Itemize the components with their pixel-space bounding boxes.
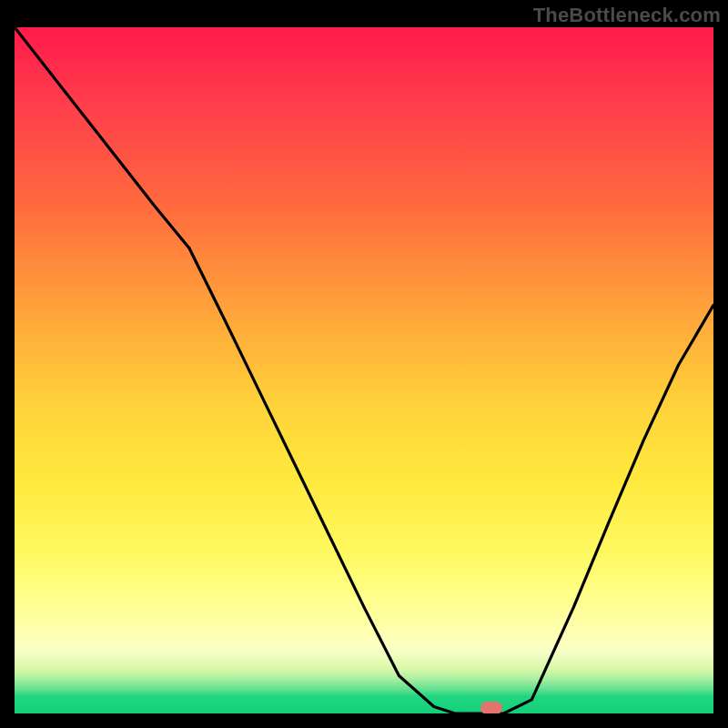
chart-frame: TheBottleneck.com <box>0 0 728 728</box>
optimal-marker <box>480 702 502 713</box>
watermark-text: TheBottleneck.com <box>533 4 721 27</box>
plot-area <box>15 27 713 713</box>
bottleneck-curve <box>15 27 713 713</box>
